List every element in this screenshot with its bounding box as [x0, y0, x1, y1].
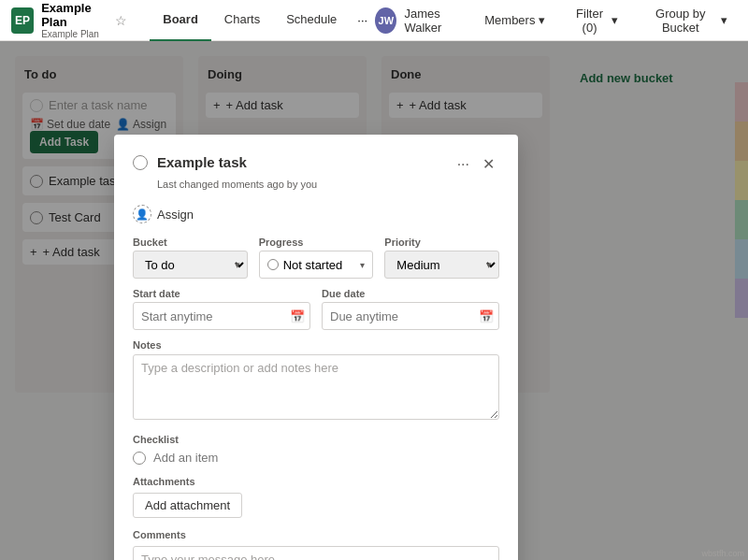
- comments-section: Comments Send: [133, 529, 499, 560]
- start-date-label: Start date: [133, 288, 310, 299]
- bucket-group: Bucket To do Doing Done: [133, 237, 248, 279]
- checklist-section: Checklist: [133, 434, 499, 465]
- comments-textarea[interactable]: [133, 546, 499, 560]
- project-logo: EP Example Plan Example Plan ☆: [11, 1, 127, 39]
- priority-group: Priority Urgent Important Medium Low: [384, 237, 499, 279]
- add-attachment-button[interactable]: Add attachment: [133, 493, 242, 518]
- chevron-down-icon: ▾: [721, 13, 727, 27]
- filter-button[interactable]: Filter (0) ▾: [562, 3, 626, 38]
- header-right: JW James Walker Members ▾ Filter (0) ▾ G…: [375, 3, 737, 38]
- checklist-add-input[interactable]: [153, 451, 499, 465]
- modal-more-options-button[interactable]: ···: [453, 153, 474, 175]
- project-sub: Example Plan: [41, 29, 109, 39]
- notes-section: Notes: [133, 339, 499, 423]
- modal-last-changed: Last changed moments ago by you: [157, 179, 499, 190]
- task-detail-modal: Example task ··· ✕ Last changed moments …: [114, 135, 518, 560]
- app-header: EP Example Plan Example Plan ☆ Board Cha…: [0, 0, 748, 41]
- form-row-bucket-progress-priority: Bucket To do Doing Done Progress Not sta…: [133, 237, 499, 279]
- start-date-wrap: 📅: [133, 302, 310, 330]
- nav-tabs: Board Charts Schedule ···: [150, 0, 375, 41]
- priority-select-wrapper: Urgent Important Medium Low: [384, 251, 499, 279]
- modal-title-area: Example task: [133, 153, 453, 170]
- notes-label: Notes: [133, 339, 499, 351]
- progress-label: Progress: [259, 237, 374, 248]
- checklist-add-row: [133, 451, 499, 465]
- nav-more-btn[interactable]: ···: [350, 0, 375, 41]
- progress-select-display[interactable]: Not started ▾: [259, 251, 374, 279]
- bucket-select[interactable]: To do Doing Done: [133, 251, 248, 279]
- checklist-label: Checklist: [133, 434, 499, 445]
- due-date-group: Due date 📅: [322, 288, 499, 330]
- user-name: James Walker: [404, 7, 468, 35]
- bucket-label: Bucket: [133, 237, 248, 248]
- radio-icon: [267, 259, 279, 270]
- start-date-input[interactable]: [133, 302, 310, 330]
- user-avatar: JW: [375, 7, 396, 34]
- tab-board[interactable]: Board: [150, 0, 211, 41]
- progress-value: Not started: [283, 258, 356, 272]
- assign-row[interactable]: 👤 Assign: [133, 199, 499, 229]
- attachments-label: Attachments: [133, 476, 499, 487]
- chevron-down-icon: ▾: [360, 260, 365, 270]
- modal-header: Example task ··· ✕: [133, 153, 499, 175]
- tab-charts[interactable]: Charts: [211, 0, 273, 41]
- members-button[interactable]: Members ▾: [475, 9, 554, 31]
- chevron-down-icon: ▾: [611, 13, 618, 27]
- start-date-group: Start date 📅: [133, 288, 310, 330]
- comments-label: Comments: [133, 529, 499, 540]
- board-area: To do 📅 Set due date 👤 Assign: [0, 41, 748, 560]
- project-info: Example Plan Example Plan: [41, 1, 109, 39]
- due-date-label: Due date: [322, 288, 499, 299]
- project-name: Example Plan: [41, 1, 109, 29]
- modal-close-button[interactable]: ✕: [478, 153, 499, 175]
- assign-label: Assign: [157, 208, 194, 222]
- attachments-section: Attachments Add attachment: [133, 476, 499, 518]
- watermark: wbstfh.com: [701, 549, 744, 558]
- due-date-wrap: 📅: [322, 302, 499, 330]
- notes-textarea[interactable]: [133, 354, 499, 420]
- logo-initials: EP: [11, 7, 34, 34]
- bucket-select-wrapper: To do Doing Done: [133, 251, 248, 279]
- assign-icon: 👤: [133, 205, 151, 223]
- progress-group: Progress Not started ▾: [259, 237, 374, 279]
- chevron-down-icon: ▾: [539, 13, 545, 27]
- group-by-button[interactable]: Group by Bucket ▾: [635, 3, 737, 38]
- due-date-input[interactable]: [322, 302, 499, 330]
- priority-select[interactable]: Urgent Important Medium Low: [384, 251, 499, 279]
- modal-task-title: Example task: [157, 154, 247, 170]
- tab-schedule[interactable]: Schedule: [273, 0, 350, 41]
- task-complete-circle-icon[interactable]: [133, 155, 148, 170]
- date-row: Start date 📅 Due date 📅: [133, 288, 499, 330]
- star-icon[interactable]: ☆: [115, 13, 127, 28]
- checklist-circle-icon: [133, 452, 146, 465]
- priority-label: Priority: [384, 237, 499, 248]
- modal-header-actions: ··· ✕: [453, 153, 499, 175]
